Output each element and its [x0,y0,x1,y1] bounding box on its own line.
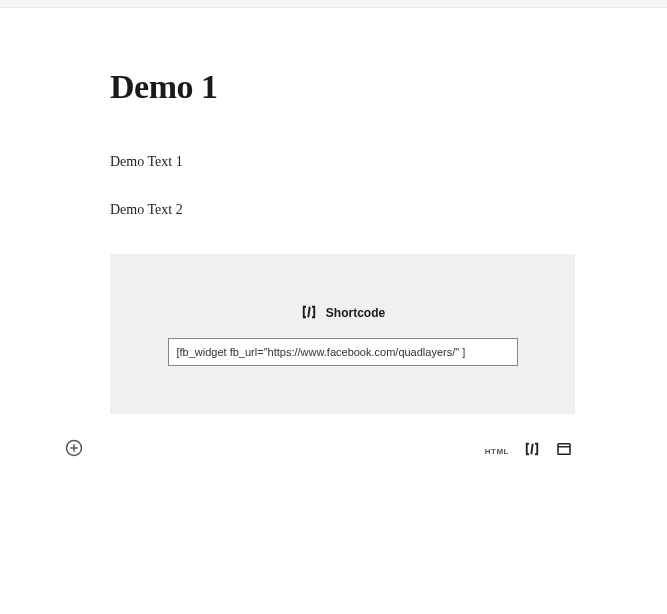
add-icon [64,438,84,462]
block-type-toolbar: HTML [485,440,573,462]
shortcode-block-header: Shortcode [300,303,385,324]
widget-icon [555,440,573,462]
shortcode-block-button[interactable] [523,440,541,462]
shortcode-block[interactable]: Shortcode [110,254,575,414]
paragraph-block[interactable]: Demo Text 1 [110,154,575,170]
editor-canvas: Demo 1 Demo Text 1 Demo Text 2 Shortcode [0,8,667,614]
page-title[interactable]: Demo 1 [110,68,575,106]
shortcode-icon [300,303,318,324]
shortcode-block-label: Shortcode [326,306,385,320]
add-block-button[interactable] [64,440,84,460]
shortcode-tool-icon [523,440,541,462]
svg-rect-3 [558,444,570,455]
html-icon: HTML [485,447,509,456]
paragraph-block[interactable]: Demo Text 2 [110,202,575,218]
top-divider [0,0,667,8]
html-block-button[interactable]: HTML [485,447,509,456]
widget-block-button[interactable] [555,440,573,462]
content-area: Demo 1 Demo Text 1 Demo Text 2 Shortcode [110,68,575,414]
shortcode-input[interactable] [168,338,518,366]
